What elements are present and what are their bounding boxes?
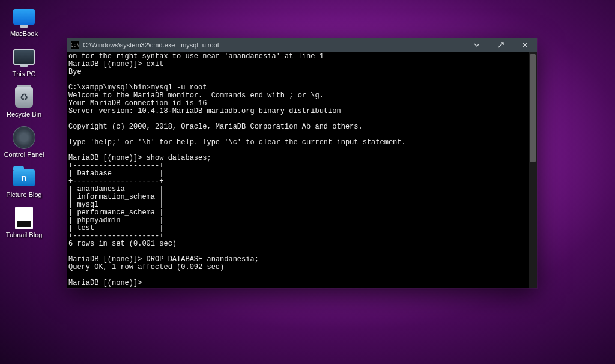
desktop-icon-tubnail-blog[interactable]: Tubnail Blog — [4, 206, 44, 239]
close-icon — [521, 41, 529, 49]
terminal-scrollbar[interactable] — [529, 52, 537, 288]
terminal-window[interactable]: C:\ C:\Windows\system32\cmd.exe - mysql … — [67, 38, 537, 288]
bin-icon: ♻ — [12, 85, 36, 109]
desktop-icon-label: MacBook — [10, 30, 38, 38]
desktop-icon-recycle-bin[interactable]: ♻Recycle Bin — [4, 85, 44, 118]
terminal-output: on for the right syntax to use near 'ana… — [68, 53, 529, 287]
desktop-icon-macbook[interactable]: MacBook — [4, 5, 44, 38]
gear-icon — [12, 126, 36, 150]
desktop-icon-picture-blog[interactable]: nPicture Blog — [4, 166, 44, 199]
maximize-icon — [497, 41, 504, 49]
desktop-icon-grid: MacBookThis PC♻Recycle BinControl Paneln… — [4, 5, 44, 239]
maximize-button[interactable] — [489, 38, 513, 52]
terminal-titlebar[interactable]: C:\ C:\Windows\system32\cmd.exe - mysql … — [67, 38, 537, 52]
desktop-icon-label: Tubnail Blog — [6, 231, 43, 239]
chevron-down-icon — [473, 41, 480, 49]
desktop-icon-label: This PC — [12, 70, 35, 78]
desktop-icon-label: Control Panel — [4, 151, 44, 159]
terminal-title: C:\Windows\system32\cmd.exe - mysql -u r… — [83, 41, 219, 49]
terminal-body[interactable]: on for the right syntax to use near 'ana… — [67, 52, 537, 288]
scrollbar-thumb[interactable] — [530, 54, 536, 162]
desktop-icon-label: Recycle Bin — [7, 111, 41, 118]
monitor-gray-icon — [12, 45, 36, 69]
monitor-blue-icon — [12, 5, 36, 29]
desktop-icon-label: Picture Blog — [6, 191, 41, 199]
doc-icon — [12, 206, 36, 230]
cmd-icon: C:\ — [71, 41, 79, 49]
folder-icon: n — [12, 166, 36, 190]
desktop-icon-control-panel[interactable]: Control Panel — [4, 126, 44, 159]
close-button[interactable] — [513, 38, 537, 52]
minimize-button[interactable] — [465, 38, 489, 52]
desktop-icon-this-pc[interactable]: This PC — [4, 45, 44, 78]
